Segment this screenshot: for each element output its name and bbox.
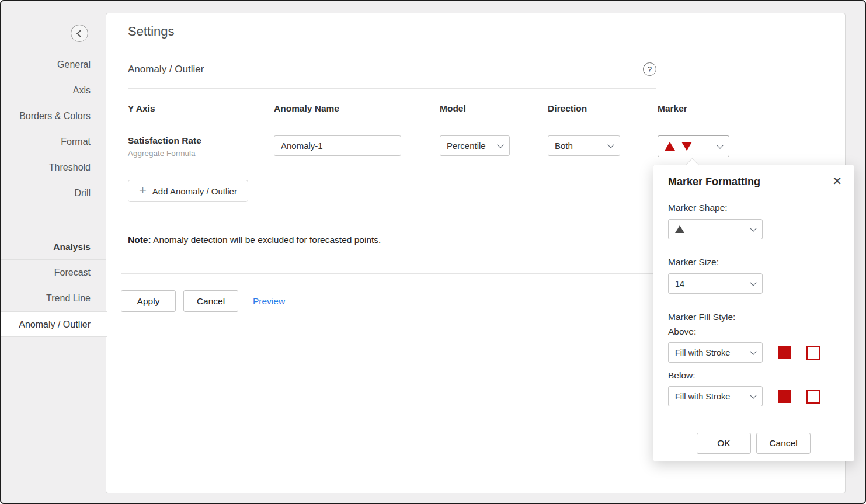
section-title-row: Anomaly / Outlier ? xyxy=(128,50,656,89)
y-axis-cell: Satisfaction Rate Aggregate Formula xyxy=(128,135,274,158)
apply-button[interactable]: Apply xyxy=(121,290,176,312)
column-header-model: Model xyxy=(440,103,548,114)
marker-size-label: Marker Size: xyxy=(668,257,839,267)
note-body: Anomaly detection will be excluded for f… xyxy=(153,235,381,245)
marker-size-dropdown[interactable]: 14 xyxy=(668,273,763,294)
above-label: Above: xyxy=(668,326,839,337)
model-cell: Percentile xyxy=(440,135,548,156)
popover-cancel-button[interactable]: Cancel xyxy=(756,433,811,454)
sidebar-item-threshold[interactable]: Threshold xyxy=(1,155,107,180)
column-header-direction: Direction xyxy=(548,103,658,114)
settings-sidebar: General Axis Borders & Colors Format Thr… xyxy=(1,1,107,503)
page-title: Settings xyxy=(128,24,175,39)
sidebar-item-trend-line[interactable]: Trend Line xyxy=(1,286,107,311)
add-anomaly-button[interactable]: + Add Anomaly / Outlier xyxy=(128,180,248,202)
sidebar-analysis-section: Analysis Forecast Trend Line Anomaly / O… xyxy=(1,234,107,337)
settings-screen: General Axis Borders & Colors Format Thr… xyxy=(0,0,866,504)
chevron-down-icon xyxy=(717,142,723,148)
section-title: Anomaly / Outlier xyxy=(128,64,204,75)
sidebar-nav: General Axis Borders & Colors Format Thr… xyxy=(1,52,107,206)
above-fill-style-dropdown[interactable]: Fill with Stroke xyxy=(668,342,763,363)
marker-cell xyxy=(658,135,787,157)
cancel-button[interactable]: Cancel xyxy=(183,290,238,312)
anomaly-name-input[interactable] xyxy=(274,135,401,156)
below-fill-color-swatch[interactable] xyxy=(778,390,791,403)
y-axis-field-type: Aggregate Formula xyxy=(128,149,274,158)
plus-icon: + xyxy=(139,184,147,197)
panel-header: Settings xyxy=(106,13,845,50)
add-anomaly-button-label: Add Anomaly / Outlier xyxy=(152,186,237,196)
chevron-down-icon xyxy=(750,348,756,354)
column-header-anomaly-name: Anomaly Name xyxy=(274,103,440,114)
above-fill-style-value: Fill with Stroke xyxy=(675,348,730,357)
back-button[interactable] xyxy=(71,25,88,42)
sidebar-item-borders-colors[interactable]: Borders & Colors xyxy=(1,103,107,129)
note-label: Note: xyxy=(128,235,151,245)
popover-footer: OK Cancel xyxy=(653,433,854,454)
ok-button[interactable]: OK xyxy=(697,433,751,454)
chevron-left-icon xyxy=(76,30,84,37)
anomaly-name-cell xyxy=(274,135,440,156)
chevron-down-icon xyxy=(497,141,503,148)
y-axis-field-name: Satisfaction Rate xyxy=(128,135,274,146)
marker-dropdown[interactable] xyxy=(658,135,729,157)
below-fill-style-value: Fill with Stroke xyxy=(675,392,730,401)
sidebar-item-drill[interactable]: Drill xyxy=(1,180,107,206)
popover-title: Marker Formatting xyxy=(668,176,760,188)
direction-dropdown[interactable]: Both xyxy=(548,135,620,156)
sidebar-item-forecast[interactable]: Forecast xyxy=(1,260,107,286)
marker-down-triangle-icon xyxy=(681,142,692,151)
above-fill-row: Fill with Stroke xyxy=(668,342,839,363)
marker-formatting-popover: Marker Formatting ✕ Marker Shape: Marker… xyxy=(653,165,854,461)
anomaly-table-header: Y Axis Anomaly Name Model Direction Mark… xyxy=(128,89,787,123)
below-fill-style-dropdown[interactable]: Fill with Stroke xyxy=(668,386,763,406)
below-stroke-color-swatch[interactable] xyxy=(806,390,820,404)
direction-dropdown-value: Both xyxy=(555,141,573,151)
chevron-down-icon xyxy=(750,225,756,231)
close-icon[interactable]: ✕ xyxy=(832,175,842,187)
chevron-down-icon xyxy=(750,392,756,398)
sidebar-item-general[interactable]: General xyxy=(1,52,107,78)
marker-shape-label: Marker Shape: xyxy=(668,203,839,213)
model-dropdown[interactable]: Percentile xyxy=(440,135,510,156)
table-row: Satisfaction Rate Aggregate Formula Perc… xyxy=(128,123,787,158)
chevron-down-icon xyxy=(750,279,756,286)
column-header-y-axis: Y Axis xyxy=(128,103,274,114)
direction-cell: Both xyxy=(548,135,658,156)
marker-shape-dropdown[interactable] xyxy=(668,219,763,239)
preview-link[interactable]: Preview xyxy=(253,296,285,307)
below-label: Below: xyxy=(668,370,839,381)
triangle-shape-icon xyxy=(675,225,684,233)
marker-size-value: 14 xyxy=(675,279,684,289)
above-fill-color-swatch[interactable] xyxy=(778,346,791,359)
marker-up-triangle-icon xyxy=(665,142,675,151)
marker-fill-style-label: Marker Fill Style: xyxy=(668,312,839,322)
model-dropdown-value: Percentile xyxy=(447,141,486,151)
below-fill-row: Fill with Stroke xyxy=(668,386,839,406)
popover-header: Marker Formatting ✕ xyxy=(668,176,839,188)
sidebar-item-format[interactable]: Format xyxy=(1,129,107,155)
analysis-section-heading: Analysis xyxy=(1,234,107,260)
chevron-down-icon xyxy=(607,141,614,148)
sidebar-item-axis[interactable]: Axis xyxy=(1,78,107,103)
sidebar-item-anomaly-outlier[interactable]: Anomaly / Outlier xyxy=(1,311,107,337)
help-icon[interactable]: ? xyxy=(643,62,656,76)
above-stroke-color-swatch[interactable] xyxy=(806,346,820,360)
column-header-marker: Marker xyxy=(658,103,787,114)
